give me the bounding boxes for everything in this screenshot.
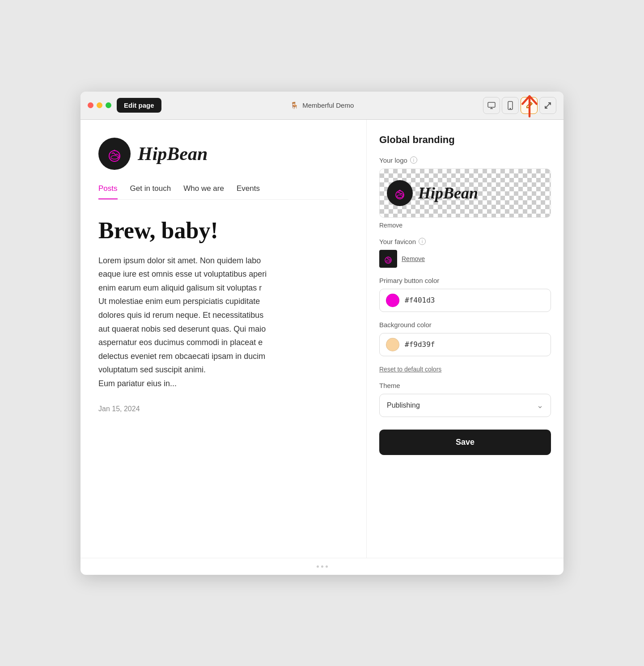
desktop-view-button[interactable] bbox=[483, 97, 500, 114]
dot-2 bbox=[321, 565, 323, 568]
logo-preview-inner: HipBean bbox=[380, 175, 485, 211]
traffic-light-green[interactable] bbox=[106, 102, 111, 108]
traffic-lights bbox=[88, 102, 111, 108]
site-nav: Posts Get in touch Who we are Events bbox=[98, 184, 348, 200]
nav-get-in-touch[interactable]: Get in touch bbox=[130, 184, 171, 199]
svg-point-4 bbox=[510, 108, 511, 109]
edit-page-button[interactable]: Edit page bbox=[117, 98, 161, 113]
background-color-label: Background color bbox=[379, 321, 551, 329]
traffic-light-red[interactable] bbox=[88, 102, 93, 108]
traffic-light-yellow[interactable] bbox=[97, 102, 102, 108]
primary-color-swatch[interactable] bbox=[386, 294, 399, 307]
bottom-dots bbox=[80, 558, 564, 575]
theme-section: Theme Publishing ⌄ bbox=[379, 382, 551, 417]
background-color-value: #f9d39f bbox=[405, 340, 435, 349]
favicon-remove-link[interactable]: Remove bbox=[402, 255, 425, 262]
svg-point-8 bbox=[397, 195, 402, 198]
site-logo bbox=[98, 138, 131, 170]
nav-who-we-are[interactable]: Who we are bbox=[183, 184, 224, 199]
primary-color-label: Primary button color bbox=[379, 277, 551, 284]
nav-posts[interactable]: Posts bbox=[98, 184, 118, 199]
svg-point-5 bbox=[109, 151, 120, 161]
background-color-input[interactable]: #f9d39f bbox=[379, 333, 551, 356]
theme-label: Theme bbox=[379, 382, 551, 389]
favicon-section: Your favicon i Remove bbox=[379, 238, 551, 268]
logo-remove-link[interactable]: Remove bbox=[379, 222, 402, 229]
primary-color-section: Primary button color #f401d3 bbox=[379, 277, 551, 312]
mobile-view-button[interactable] bbox=[502, 97, 519, 114]
memberful-icon: 🪑 bbox=[290, 101, 299, 110]
favicon-label: Your favicon i bbox=[379, 238, 551, 245]
website-preview: HipBean Posts Get in touch Who we are Ev… bbox=[80, 120, 367, 558]
browser-window: Edit page 🪑 Memberful Demo bbox=[80, 92, 564, 575]
browser-chrome: Edit page 🪑 Memberful Demo bbox=[80, 92, 564, 120]
primary-color-input[interactable]: #f401d3 bbox=[379, 289, 551, 312]
primary-color-value: #f401d3 bbox=[405, 296, 435, 304]
logo-circle-preview bbox=[387, 180, 413, 206]
favicon-preview bbox=[379, 250, 397, 268]
logo-section: Your logo i bbox=[379, 156, 551, 238]
arrow-right-annotation bbox=[80, 496, 367, 518]
dot-3 bbox=[326, 565, 328, 568]
background-color-section: Background color #f9d39f Reset to defaul… bbox=[379, 321, 551, 382]
dot-1 bbox=[317, 565, 319, 568]
svg-point-10 bbox=[386, 260, 390, 262]
chevron-down-icon: ⌄ bbox=[537, 400, 543, 410]
main-content: HipBean Posts Get in touch Who we are Ev… bbox=[80, 120, 564, 558]
post-body: Lorem ipsum dolor sit amet. Non quidem l… bbox=[98, 254, 348, 391]
expand-button[interactable] bbox=[539, 97, 556, 114]
save-button[interactable]: Save bbox=[379, 430, 551, 455]
site-header: HipBean bbox=[98, 138, 348, 170]
logo-text-preview: HipBean bbox=[418, 184, 478, 202]
theme-select[interactable]: Publishing ⌄ bbox=[379, 394, 551, 417]
panel-title: Global branding bbox=[379, 134, 551, 146]
post-date: Jan 15, 2024 bbox=[98, 405, 348, 413]
nav-events[interactable]: Events bbox=[237, 184, 260, 199]
favicon-row: Remove bbox=[379, 250, 551, 268]
browser-address-bar: 🪑 Memberful Demo bbox=[167, 101, 478, 110]
post-title: Brew, baby! bbox=[98, 218, 348, 243]
logo-preview: HipBean bbox=[379, 169, 551, 218]
favicon-info-icon[interactable]: i bbox=[419, 238, 426, 245]
svg-rect-0 bbox=[488, 102, 495, 107]
background-color-swatch[interactable] bbox=[386, 338, 399, 351]
reset-colors-link[interactable]: Reset to default colors bbox=[379, 366, 441, 373]
site-name: HipBean bbox=[138, 143, 208, 164]
logo-label: Your logo i bbox=[379, 156, 551, 164]
site-title: Memberful Demo bbox=[302, 101, 354, 109]
theme-value: Publishing bbox=[387, 401, 420, 409]
arrow-up-annotation bbox=[519, 93, 540, 123]
right-panel: Global branding Your logo i bbox=[367, 120, 564, 558]
logo-info-icon[interactable]: i bbox=[410, 156, 417, 164]
svg-point-6 bbox=[111, 156, 118, 159]
